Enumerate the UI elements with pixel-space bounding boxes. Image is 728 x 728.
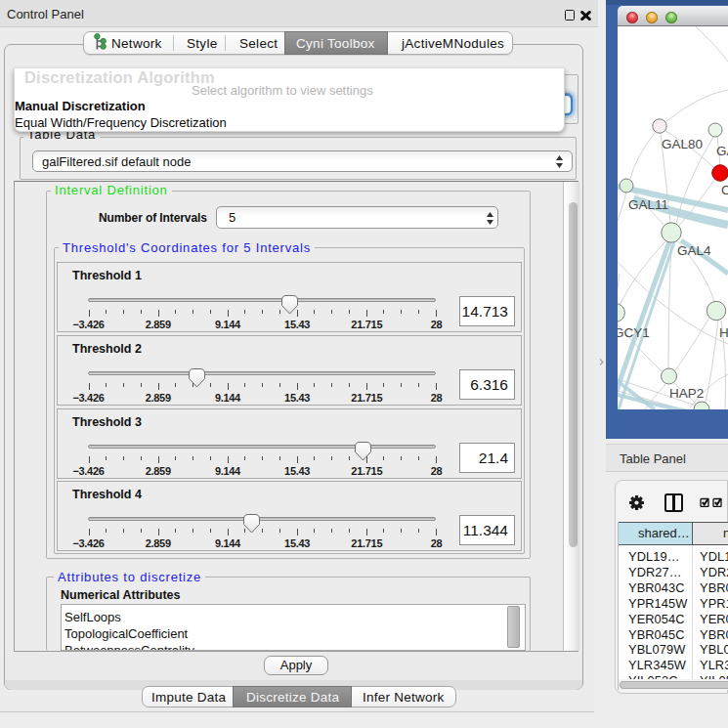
svg-text:GCY1: GCY1: [618, 325, 650, 340]
svg-text:GAL11: GAL11: [628, 197, 668, 212]
svg-text:GA: GA: [716, 144, 728, 158]
svg-text:GAL4: GAL4: [677, 243, 711, 258]
svg-text:GAL80: GAL80: [662, 137, 703, 151]
svg-text:C: C: [721, 183, 728, 197]
svg-text:HAP2: HAP2: [669, 386, 704, 401]
svg-text:H: H: [719, 325, 728, 340]
